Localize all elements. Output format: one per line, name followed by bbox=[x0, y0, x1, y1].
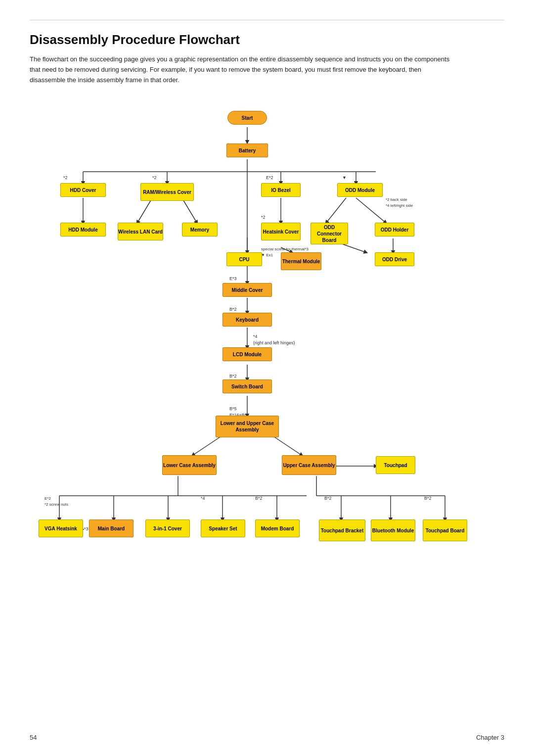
switch-board-screw-label: B*2 bbox=[229, 374, 237, 378]
upper-case-assembly-box: Upper Case Assembly bbox=[282, 455, 336, 475]
flowchart: Start Battery HDD Cover *2 RAM/Wireless … bbox=[30, 100, 504, 644]
cpu-box: CPU bbox=[226, 252, 262, 266]
bluetooth-module-box: Bluetooth Module bbox=[371, 520, 415, 541]
keyboard-box: Keyboard bbox=[222, 313, 272, 327]
touchpad-board-box: Touchpad Board bbox=[423, 520, 467, 541]
lower-case-assembly-box: Lower Case Assembly bbox=[162, 455, 217, 475]
lcd-module-box: LCD Module bbox=[222, 347, 272, 361]
main-board-box: Main Board bbox=[89, 520, 134, 537]
hdd-cover-box: HDD Cover bbox=[60, 183, 106, 197]
vga-e2-label: E*2*2 screw nuts bbox=[44, 496, 68, 507]
heatsink-screw-label: *2 bbox=[261, 215, 266, 220]
touchpad-board-b2-label: B*2 bbox=[424, 496, 432, 501]
thermal-module-box: Thermal Module bbox=[281, 252, 321, 270]
memory-box: Memory bbox=[182, 223, 218, 236]
odd-module-note-label: *2 back side*4 left/right side bbox=[386, 197, 413, 208]
footer: 54 Chapter 3 bbox=[30, 734, 504, 741]
ram-wireless-screw-label: *2 bbox=[152, 175, 157, 180]
odd-drive-box: ODD Drive bbox=[375, 252, 414, 266]
start-box: Start bbox=[227, 111, 267, 125]
page-title: Disassembly Procedure Flowchart bbox=[30, 32, 504, 47]
odd-holder-box: ODD Holder bbox=[375, 223, 414, 236]
hdd-cover-screw-label: *2 bbox=[63, 175, 68, 180]
lower-upper-case-box: Lower and Upper Case Assembly bbox=[216, 416, 279, 437]
speaker-set-star4-label: *4 bbox=[201, 496, 205, 501]
touchpad-box: Touchpad bbox=[376, 456, 415, 474]
middle-cover-box: Middle Cover bbox=[222, 283, 272, 297]
footer-page-number: 54 bbox=[30, 734, 37, 741]
io-bezel-box: IO Bezel bbox=[261, 183, 301, 197]
speaker-set-box: Speaker Set bbox=[201, 520, 245, 537]
vga-heatsink-box: VGA Heatsink bbox=[39, 520, 83, 537]
modem-board-b2-label: B*2 bbox=[255, 496, 263, 501]
svg-line-8 bbox=[137, 198, 152, 223]
ram-wireless-box: RAM/Wireless Cover bbox=[140, 183, 194, 201]
odd-module-screw-label: ▼ bbox=[342, 175, 347, 180]
keyboard-screw-label: B*2 bbox=[229, 307, 237, 312]
svg-line-11 bbox=[356, 198, 386, 223]
svg-line-24 bbox=[272, 435, 302, 455]
modem-board-box: Modem Board bbox=[255, 520, 300, 537]
touchpad-bracket-box: Touchpad Bracket bbox=[319, 520, 365, 541]
middle-cover-screw-label: E*3 bbox=[229, 276, 237, 281]
touchpad-bracket-b2-label: B*2 bbox=[324, 496, 332, 501]
heatsink-cover-box: Heatsink Cover bbox=[261, 223, 301, 240]
io-bezel-screw-label: E*2 bbox=[266, 175, 273, 180]
vga-star3-label: *3 bbox=[84, 526, 89, 531]
top-divider bbox=[30, 20, 504, 20]
switch-board-box: Switch Board bbox=[222, 379, 272, 393]
footer-chapter: Chapter 3 bbox=[476, 734, 504, 741]
intro-text: The flowchart on the succeeding page giv… bbox=[30, 54, 455, 85]
three-in-one-cover-box: 3-in-1 Cover bbox=[145, 520, 190, 537]
odd-module-box: ODD Module bbox=[337, 183, 383, 197]
svg-line-12 bbox=[326, 198, 346, 223]
odd-connector-board-box: ODD Connector Board bbox=[311, 223, 348, 244]
svg-line-23 bbox=[193, 435, 222, 455]
svg-line-9 bbox=[182, 198, 197, 223]
battery-box: Battery bbox=[226, 143, 268, 157]
hdd-module-box: HDD Module bbox=[60, 223, 106, 236]
lcd-hinge-note-label: *4(right and left hinges) bbox=[253, 333, 295, 346]
wireless-lan-box: Wireless LAN Card bbox=[118, 223, 163, 240]
